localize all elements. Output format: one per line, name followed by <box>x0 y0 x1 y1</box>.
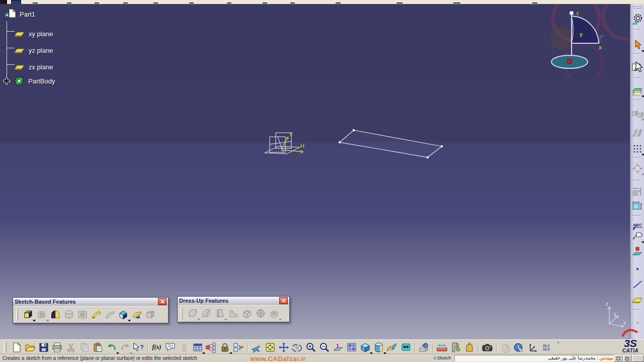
design-table-button[interactable] <box>191 341 204 353</box>
measure-between-button[interactable] <box>435 341 449 353</box>
tree-label-zx-plane[interactable]: zx plane <box>29 63 53 71</box>
copy-button[interactable] <box>77 341 91 353</box>
isometric-view-button[interactable] <box>358 341 372 353</box>
undo-button[interactable] <box>105 341 118 353</box>
toolbar-handle[interactable] <box>4 342 7 352</box>
toolbar-overflow-chevron[interactable]: » <box>557 340 559 345</box>
edge-fillet-button[interactable] <box>186 307 199 320</box>
thread-tap-button[interactable] <box>254 307 267 320</box>
hole-button[interactable] <box>75 308 89 321</box>
mass-properties-button[interactable] <box>462 341 476 353</box>
tree-node-yz-plane[interactable]: yz plane <box>14 46 53 54</box>
text-with-leader-button[interactable]: ABC <box>631 219 643 231</box>
manual-update-button[interactable] <box>512 341 526 353</box>
fit-all-in-button[interactable] <box>263 341 277 353</box>
tree-node-xy-plane[interactable]: xy plane <box>14 30 53 38</box>
close-button[interactable] <box>158 298 167 305</box>
tree-label-part[interactable]: Part1 <box>20 11 35 18</box>
scaling-button[interactable] <box>631 162 643 174</box>
line-button[interactable] <box>631 279 643 291</box>
paste-button[interactable] <box>91 341 105 353</box>
rib-button[interactable] <box>89 308 103 321</box>
tree-node-part[interactable]: Part1 <box>3 8 35 20</box>
select-arrow-button[interactable] <box>631 39 643 51</box>
tree-label-xy-plane[interactable]: xy plane <box>29 30 53 38</box>
apply-material-button[interactable] <box>417 341 431 353</box>
sketch-based-features-window[interactable]: Sketch-Based Features <box>13 297 169 323</box>
sketch-button[interactable] <box>631 61 643 73</box>
workbench-gear-button[interactable] <box>631 13 643 25</box>
remove-face-button[interactable] <box>267 307 281 320</box>
constraints-dimensions-button[interactable] <box>631 186 643 198</box>
3d-viewport[interactable]: afzar Part1 xy plane <box>0 4 630 340</box>
toolbar-handle[interactable] <box>633 7 641 9</box>
chamfer-button[interactable] <box>199 307 213 320</box>
link-button[interactable] <box>177 341 191 353</box>
close-button[interactable] <box>279 297 288 304</box>
print-button[interactable] <box>50 341 64 353</box>
thickness-button[interactable] <box>240 307 254 320</box>
pocket-button[interactable] <box>35 308 48 321</box>
normal-view-button[interactable] <box>331 341 345 353</box>
units-display-button[interactable]: 10,1 10,0 <box>539 341 553 353</box>
equivalent-dimensions-button[interactable]: }= <box>231 341 245 353</box>
dress-up-features-titlebar[interactable]: Dress-Up Features <box>178 297 289 305</box>
rotate-button[interactable] <box>290 341 304 353</box>
command-input[interactable]: مهندس : محمدرضا علی پور حقیقی <box>454 355 615 361</box>
pads-group-button[interactable] <box>631 108 643 120</box>
tree-label-partbody[interactable]: PartBody <box>28 77 55 85</box>
multi-view-button[interactable] <box>345 341 358 353</box>
sketch-rectangle[interactable] <box>335 126 448 162</box>
shaft-button[interactable] <box>48 308 62 321</box>
expand-plus-icon[interactable] <box>3 77 10 84</box>
toolbar-grip[interactable] <box>181 308 183 319</box>
relations-button[interactable] <box>204 341 218 353</box>
open-folder-button[interactable] <box>23 341 37 353</box>
point-button[interactable] <box>631 263 643 275</box>
flag-note-button[interactable] <box>631 230 643 242</box>
cut-button[interactable] <box>64 341 77 353</box>
catalog-button[interactable] <box>499 341 512 353</box>
new-document-button[interactable] <box>10 341 23 353</box>
groove-button[interactable] <box>62 308 75 321</box>
shading-style-button[interactable] <box>372 341 385 353</box>
view-compass[interactable]: z y x <box>548 5 609 73</box>
pad-button[interactable] <box>21 308 35 321</box>
whats-this-help-button[interactable]: ? <box>132 341 145 353</box>
fly-mode-button[interactable] <box>250 341 263 353</box>
origin-planes[interactable]: V H <box>264 131 312 167</box>
status-power-input-button[interactable] <box>623 355 631 362</box>
sketch-based-features-titlebar[interactable]: Sketch-Based Features <box>13 298 168 306</box>
reference-planes-button[interactable] <box>631 84 643 97</box>
plane-button[interactable] <box>631 294 643 306</box>
hide-show-button[interactable] <box>385 341 399 353</box>
axis-system-button[interactable] <box>631 245 643 257</box>
slot-button[interactable] <box>103 308 116 321</box>
tree-node-zx-plane[interactable]: zx plane <box>14 63 53 71</box>
zoom-out-button[interactable] <box>317 341 331 353</box>
formula-button[interactable]: f(x) <box>150 341 164 353</box>
pan-button[interactable] <box>277 341 290 353</box>
solid-combine-button[interactable] <box>143 308 157 321</box>
redo-button[interactable] <box>118 341 132 353</box>
toolbar-grip[interactable] <box>16 309 18 320</box>
rectangular-pattern-button[interactable] <box>631 143 643 155</box>
tree-label-yz-plane[interactable]: yz plane <box>29 47 53 54</box>
removed-multi-sections-button[interactable] <box>130 308 143 321</box>
multi-sections-solid-button[interactable] <box>116 308 130 321</box>
status-dialog-button[interactable] <box>614 355 622 362</box>
tree-node-partbody[interactable]: PartBody <box>3 75 55 87</box>
axis-system-small-button[interactable] <box>526 341 539 353</box>
measure-item-button[interactable] <box>449 341 462 353</box>
zoom-in-button[interactable] <box>304 341 317 353</box>
shell-button[interactable] <box>226 307 240 320</box>
constraint-box-button[interactable] <box>631 200 643 212</box>
comment-button[interactable] <box>164 341 177 353</box>
dress-up-features-window[interactable]: Dress-Up Features <box>177 296 290 322</box>
lock-button[interactable] <box>218 341 231 353</box>
draft-angle-button[interactable] <box>213 307 226 320</box>
swap-visible-space-button[interactable] <box>399 341 413 353</box>
mirror-button[interactable] <box>631 127 643 139</box>
save-button[interactable] <box>37 341 50 353</box>
capture-button[interactable] <box>480 341 494 353</box>
